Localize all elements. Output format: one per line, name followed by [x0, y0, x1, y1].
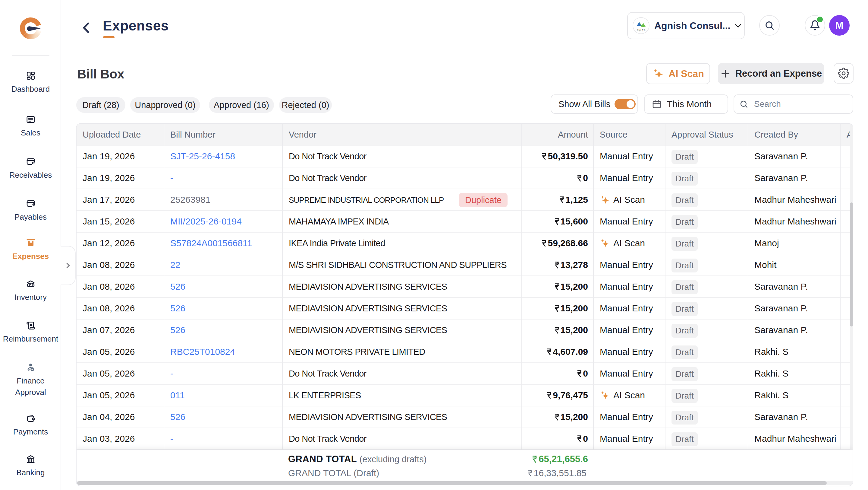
- svg-text:agrya: agrya: [637, 27, 646, 31]
